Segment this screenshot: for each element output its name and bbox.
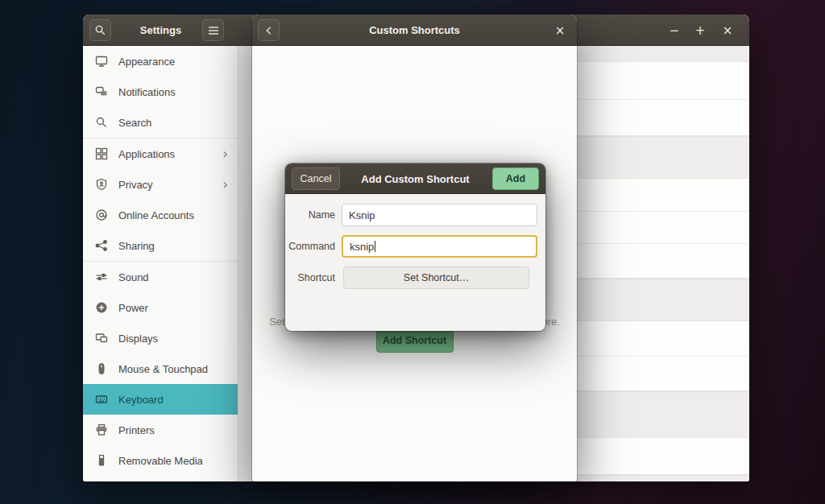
shortcut-field-row: Shortcut Set Shortcut… <box>285 266 545 289</box>
sidebar-label: Sound <box>118 271 149 283</box>
add-custom-shortcut-modal: Add Custom Shortcut Cancel Add Name Comm… <box>285 163 545 331</box>
text-caret <box>375 241 375 252</box>
sidebar-label: Printers <box>118 424 155 436</box>
name-input[interactable] <box>342 204 537 226</box>
sidebar-label: Search <box>118 117 151 129</box>
sidebar-item-power[interactable]: Power <box>83 292 238 323</box>
command-input[interactable] <box>342 235 537 258</box>
power-icon <box>95 301 108 314</box>
sidebar-label: Appearance <box>118 56 175 68</box>
sidebar-label: Keyboard <box>118 394 164 406</box>
sidebar-item-appearance[interactable]: Appearance <box>83 46 238 76</box>
sidebar-label: Notifications <box>118 86 176 98</box>
add-shortcut-button[interactable]: Add Shortcut <box>376 328 454 353</box>
sidebar-item-removable-media[interactable]: Removable Media <box>83 445 238 476</box>
appearance-icon <box>95 55 108 68</box>
name-field-row: Name <box>285 204 545 226</box>
sidebar-label: Applications <box>118 148 175 160</box>
sidebar-label: Displays <box>118 333 158 345</box>
displays-icon <box>95 332 108 345</box>
applications-icon <box>95 147 108 160</box>
sidebar-item-printers[interactable]: Printers <box>83 415 238 445</box>
dialog-headerbar: Custom Shortcuts × <box>252 14 577 46</box>
sidebar-label: Power <box>118 302 148 314</box>
set-shortcut-button[interactable]: Set Shortcut… <box>343 266 529 289</box>
command-field-row: Command <box>285 235 545 258</box>
sidebar-item-sharing[interactable]: Sharing <box>83 230 238 261</box>
dialog-close-button[interactable]: × <box>549 14 571 46</box>
dialog-title: Custom Shortcuts <box>252 14 577 46</box>
usb-drive-icon <box>95 454 108 467</box>
sidebar-label: Removable Media <box>118 455 203 467</box>
maximize-button[interactable]: + <box>689 14 711 46</box>
sidebar-item-online-accounts[interactable]: Online Accounts <box>83 200 238 230</box>
sound-icon <box>95 271 108 283</box>
shortcut-label: Shortcut <box>287 266 335 289</box>
hamburger-icon <box>208 26 219 35</box>
sidebar-item-search[interactable]: Search <box>83 107 238 138</box>
chevron-right-icon: › <box>222 147 228 161</box>
notifications-icon <box>95 85 108 98</box>
sidebar-item-notifications[interactable]: Notifications <box>83 76 238 107</box>
sidebar-label: Online Accounts <box>118 209 194 221</box>
sidebar-item-keyboard[interactable]: Keyboard <box>83 384 238 415</box>
close-button[interactable]: × <box>716 14 739 46</box>
keyboard-icon <box>95 393 108 406</box>
name-label: Name <box>287 204 335 226</box>
sidebar: Appearance Notifications Search Applicat… <box>83 46 238 481</box>
mouse-icon <box>95 362 108 375</box>
sidebar-label: Mouse & Touchpad <box>118 363 208 375</box>
command-label: Command <box>287 235 335 258</box>
sidebar-item-displays[interactable]: Displays <box>83 323 238 353</box>
search-item-icon <box>95 116 108 129</box>
sidebar-item-applications[interactable]: Applications › <box>83 138 238 169</box>
cancel-button[interactable]: Cancel <box>292 167 340 190</box>
chevron-right-icon: › <box>222 178 228 192</box>
add-button[interactable]: Add <box>492 167 539 190</box>
at-icon <box>95 209 108 221</box>
sidebar-label: Privacy <box>118 179 153 191</box>
sidebar-label: Sharing <box>118 240 155 252</box>
menu-button[interactable] <box>202 19 224 41</box>
minimize-button[interactable]: − <box>663 14 686 46</box>
sidebar-item-mouse-touchpad[interactable]: Mouse & Touchpad <box>83 353 238 384</box>
share-icon <box>95 239 108 252</box>
sidebar-item-privacy[interactable]: Privacy › <box>83 169 238 200</box>
printer-icon <box>95 423 108 436</box>
modal-headerbar: Add Custom Shortcut Cancel Add <box>285 163 545 194</box>
privacy-shield-icon <box>95 178 108 191</box>
sidebar-item-sound[interactable]: Sound <box>83 262 238 292</box>
